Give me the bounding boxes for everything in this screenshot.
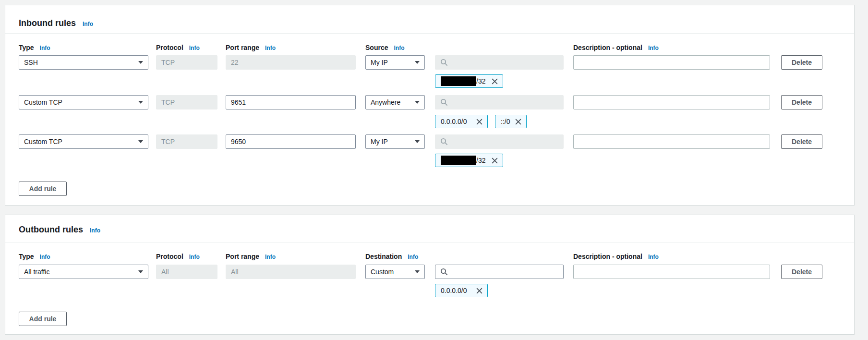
type-select[interactable]: Custom TCP [19, 134, 148, 149]
protocol-info-link[interactable]: Info [189, 45, 200, 51]
source-select[interactable]: My IP [365, 55, 425, 70]
protocol-info-link[interactable]: Info [189, 254, 200, 260]
divider [5, 33, 854, 34]
description-input[interactable] [573, 265, 770, 279]
destination-select-value: Custom [371, 268, 394, 276]
inbound-panel-header: Inbound rules Info [19, 18, 93, 28]
remove-chip-icon[interactable] [476, 118, 483, 125]
inbound-info-link[interactable]: Info [83, 21, 93, 27]
type-select-value: All traffic [24, 268, 49, 276]
remove-chip-icon[interactable] [476, 287, 483, 294]
cidr-chip: ::/0 [495, 115, 527, 128]
chevron-down-icon [138, 140, 143, 143]
protocol-value: TCP [161, 138, 175, 146]
inbound-chip-row: /32 [5, 74, 854, 88]
protocol-column-label: Protocol [156, 253, 183, 260]
type-select-value: SSH [24, 59, 38, 66]
delete-rule-button[interactable]: Delete [781, 134, 822, 149]
port-range-input[interactable] [226, 95, 356, 109]
type-select[interactable]: Custom TCP [19, 95, 148, 109]
description-column-label: Description - optional [573, 44, 642, 51]
column-header-port-range: Port range Info [226, 253, 276, 260]
port-range-column-label: Port range [226, 44, 259, 51]
cidr-chip-label: ::/0 [501, 118, 510, 125]
source-select[interactable]: My IP [365, 134, 425, 149]
column-header-source: Source Info [365, 44, 404, 51]
port-range-field: 22 [226, 55, 356, 70]
source-cidr-search [435, 134, 564, 149]
source-select-value: Anywhere [371, 98, 400, 106]
description-input[interactable] [573, 55, 770, 70]
redacted-ip-block [441, 76, 476, 86]
destination-cidr-search[interactable] [435, 265, 564, 279]
type-info-link[interactable]: Info [40, 45, 50, 51]
destination-select[interactable]: Custom [365, 265, 425, 279]
type-select[interactable]: SSH [19, 55, 148, 70]
remove-chip-icon[interactable] [491, 78, 498, 85]
column-header-protocol: Protocol Info [156, 253, 200, 260]
chevron-down-icon [138, 61, 143, 64]
port-range-info-link[interactable]: Info [265, 45, 276, 51]
cidr-chip: /32 [435, 154, 503, 167]
port-range-info-link[interactable]: Info [265, 254, 276, 260]
remove-chip-icon[interactable] [515, 118, 522, 125]
search-icon [440, 138, 448, 146]
delete-rule-button[interactable]: Delete [781, 265, 822, 279]
inbound-rule-row: Custom TCP TCP Anywhere Delete [5, 95, 854, 109]
description-input[interactable] [573, 95, 770, 109]
type-select[interactable]: All traffic [19, 265, 148, 279]
source-info-link[interactable]: Info [394, 45, 404, 51]
protocol-field: All [156, 265, 217, 279]
cidr-chip-label: /32 [476, 77, 485, 85]
column-header-description: Description - optional Info [573, 44, 659, 51]
source-select-value: My IP [371, 59, 388, 66]
protocol-value: All [161, 268, 169, 276]
chevron-down-icon [415, 101, 420, 104]
cidr-chip: /32 [435, 74, 503, 88]
type-info-link[interactable]: Info [40, 254, 50, 260]
column-header-type: Type Info [19, 44, 50, 51]
port-range-value: All [231, 268, 239, 276]
cidr-chip-label: 0.0.0.0/0 [441, 118, 467, 125]
inbound-title: Inbound rules [19, 18, 76, 28]
remove-chip-icon[interactable] [491, 157, 498, 164]
delete-rule-button[interactable]: Delete [781, 55, 822, 70]
add-rule-button[interactable]: Add rule [19, 312, 67, 326]
chevron-down-icon [138, 101, 143, 104]
source-cidr-search [435, 95, 564, 109]
protocol-column-label: Protocol [156, 44, 183, 51]
type-column-label: Type [19, 253, 34, 260]
description-input[interactable] [573, 134, 770, 149]
description-info-link[interactable]: Info [648, 45, 659, 51]
cidr-chip-label: /32 [476, 157, 485, 164]
outbound-info-link[interactable]: Info [90, 227, 100, 234]
description-info-link[interactable]: Info [648, 254, 659, 260]
port-range-column-label: Port range [226, 253, 259, 260]
destination-column-label: Destination [365, 253, 402, 260]
type-column-label: Type [19, 44, 34, 51]
destination-info-link[interactable]: Info [408, 254, 418, 260]
add-rule-button[interactable]: Add rule [19, 182, 67, 196]
source-select-value: My IP [371, 138, 388, 146]
cidr-chip: 0.0.0.0/0 [435, 284, 488, 297]
outbound-rules-panel: Outbound rules Info Type Info Protocol I… [5, 215, 855, 335]
outbound-chip-row: 0.0.0.0/0 [5, 284, 854, 297]
port-range-field: All [226, 265, 356, 279]
source-cidr-search [435, 55, 564, 70]
chevron-down-icon [415, 61, 420, 64]
outbound-panel-header: Outbound rules Info [19, 225, 100, 235]
protocol-field: TCP [156, 134, 217, 149]
search-icon [440, 98, 448, 106]
outbound-title: Outbound rules [19, 225, 83, 235]
search-icon [440, 268, 448, 276]
source-column-label: Source [365, 44, 388, 51]
port-range-input[interactable] [226, 134, 356, 149]
source-select[interactable]: Anywhere [365, 95, 425, 109]
delete-rule-button[interactable]: Delete [781, 95, 822, 109]
protocol-value: TCP [161, 59, 175, 66]
destination-cidr-search-input[interactable] [452, 266, 558, 278]
protocol-field: TCP [156, 55, 217, 70]
chevron-down-icon [138, 270, 143, 273]
inbound-rules-panel: Inbound rules Info Type Info Protocol In… [5, 5, 855, 206]
inbound-rule-row: SSH TCP 22 My IP Delete [5, 55, 854, 70]
